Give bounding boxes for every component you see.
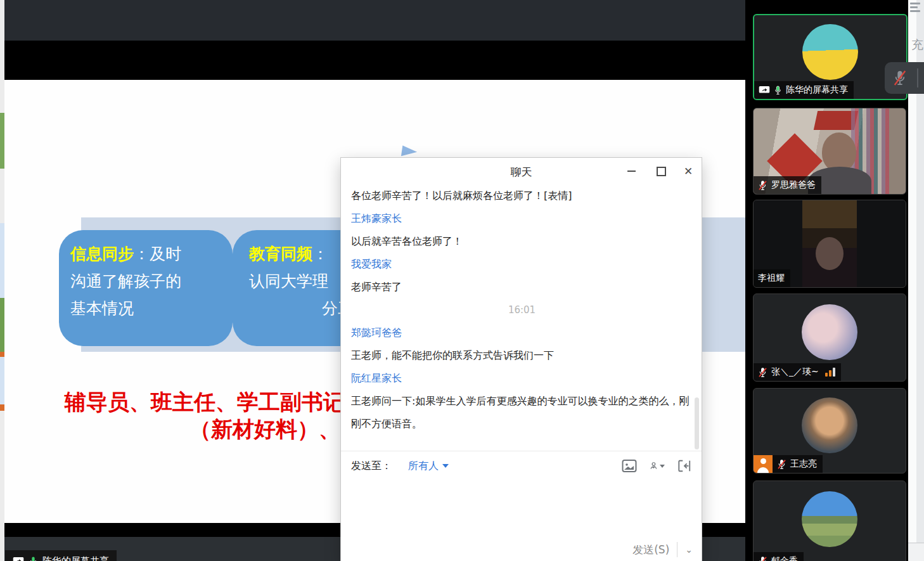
mic-muted-icon (758, 180, 767, 191)
send-button[interactable]: 发送(S) (632, 543, 669, 557)
minimize-button[interactable] (624, 164, 638, 178)
chat-sender[interactable]: 王炜豪家长 (351, 207, 693, 230)
participant-tile[interactable]: 罗思雅爸爸 (753, 108, 906, 195)
screen-share-icon (759, 86, 770, 94)
thumbnail-fragment (0, 357, 4, 404)
mute-control-panel[interactable] (885, 62, 924, 94)
host-person-badge (754, 455, 773, 473)
send-to-row: 发送至： 所有人 (341, 451, 702, 480)
mic-muted-icon (893, 70, 907, 86)
text-lines-icon (910, 3, 920, 14)
participant-label: 张＼_／瑛~ (754, 363, 841, 381)
participant-name: 罗思雅爸爸 (771, 179, 816, 191)
avatar (802, 491, 857, 547)
close-button[interactable]: ✕ (681, 164, 695, 178)
mention-person-icon[interactable] (650, 458, 665, 474)
send-to-label: 发送至： (351, 460, 392, 473)
send-options-chevron[interactable]: ⌄ (685, 545, 693, 555)
participant-name: 王志亮 (790, 458, 817, 470)
chat-message: 各位老师辛苦了！以后就麻烦各位老师了！[表情] (351, 184, 693, 207)
background-window-footer (908, 543, 924, 561)
participant-tile[interactable]: 郁金香 (753, 480, 906, 561)
mic-active-icon (774, 85, 782, 96)
box1-line1-rest: ：及时 (134, 245, 181, 263)
participant-label: 陈华的屏幕共享 (754, 81, 854, 99)
participant-label: 李祖耀 (754, 269, 790, 287)
bottom-share-text: 陈华的屏幕共享 (42, 555, 109, 561)
network-signal-icon (825, 368, 835, 377)
maximize-button[interactable] (654, 164, 668, 178)
box2-highlight: 教育同频 (249, 245, 312, 263)
chat-title: 聊天 (341, 165, 702, 179)
mic-active-icon (29, 556, 37, 561)
screen-share-icon (13, 557, 24, 561)
mic-muted-icon (758, 556, 767, 561)
divider (677, 542, 677, 557)
participant-name: 张＼_／瑛~ (771, 366, 819, 378)
chat-message: 老师辛苦了 (351, 276, 693, 299)
popout-icon[interactable] (677, 458, 693, 474)
chat-sender[interactable]: 阮红星家长 (351, 367, 693, 390)
stage-top-bar (4, 0, 745, 41)
chat-message: 王老师问一下:如果学生入学后有更感兴趣的专业可以换专业的之类的么，刚刚不方便语音… (351, 390, 693, 435)
box1-line2: 沟通了解孩子的 (70, 268, 233, 295)
participant-tile[interactable]: 张＼_／瑛~ (753, 293, 906, 382)
slide-thumbnail-strip[interactable] (0, 0, 4, 561)
send-to-value: 所有人 (408, 460, 439, 473)
chat-message: 以后就辛苦各位老师了！ (351, 230, 693, 253)
slide-red-text-line2: （新材好料）、 (189, 415, 340, 444)
mic-muted-icon (758, 367, 767, 378)
slide-red-text-line1: 辅导员、班主任、学工副书记、 (65, 388, 366, 417)
background-window-text: 充 (911, 37, 923, 53)
thumbnail-fragment (0, 404, 4, 411)
chat-sender[interactable]: 我爱我家 (351, 253, 693, 276)
send-to-dropdown[interactable]: 所有人 (408, 460, 449, 473)
slide-box-info-sync: 信息同步：及时 沟通了解孩子的 基本情况 (59, 230, 233, 346)
avatar (802, 397, 857, 453)
image-icon[interactable] (622, 458, 637, 474)
thumbnail-fragment (0, 352, 4, 357)
box2-line1-rest: ： (312, 245, 328, 263)
participant-name: 陈华的屏幕共享 (786, 84, 848, 96)
chat-message: 王老师，能不能把你的联系方式告诉我们一下 (351, 344, 693, 367)
chat-message-list[interactable]: 各位老师辛苦了！以后就麻烦各位老师了！[表情] 王炜豪家长 以后就辛苦各位老师了… (351, 184, 693, 451)
slide-arrow-decoration (401, 145, 418, 158)
participant-label: 王志亮 (773, 455, 823, 473)
thumbnail-fragment (0, 298, 4, 352)
chevron-down-icon (660, 465, 665, 468)
chat-input-area[interactable] (341, 480, 702, 540)
participants-sidebar: 陈华的屏幕共享 罗思雅爸爸 李祖耀 (745, 0, 908, 561)
bottom-share-label: 陈华的屏幕共享 (5, 550, 117, 561)
chat-timestamp: 16:01 (351, 299, 693, 321)
participant-label: 郁金香 (754, 552, 804, 561)
participant-name: 郁金香 (771, 555, 798, 561)
avatar (802, 304, 857, 360)
chat-window: 聊天 ✕ 各位老师辛苦了！以后就麻烦各位老师了！[表情] 王炜豪家长 以后就辛苦… (340, 157, 702, 561)
box1-highlight: 信息同步 (70, 245, 134, 263)
chat-scrollbar-thumb[interactable] (695, 397, 699, 449)
chat-titlebar[interactable]: 聊天 ✕ (341, 158, 702, 184)
mic-muted-icon (777, 459, 786, 470)
participant-name: 李祖耀 (758, 273, 785, 284)
participant-tile[interactable]: 李祖耀 (753, 200, 906, 288)
chevron-down-icon (442, 464, 449, 468)
avatar (802, 24, 858, 80)
thumbnail-fragment (0, 223, 4, 298)
thumbnail-fragment (0, 113, 4, 169)
chat-sender[interactable]: 郑懿珂爸爸 (351, 321, 693, 344)
divider (917, 68, 918, 87)
participant-tile[interactable]: 王志亮 (753, 388, 906, 474)
box1-line3: 基本情况 (70, 295, 233, 322)
participant-label: 罗思雅爸爸 (754, 176, 821, 194)
